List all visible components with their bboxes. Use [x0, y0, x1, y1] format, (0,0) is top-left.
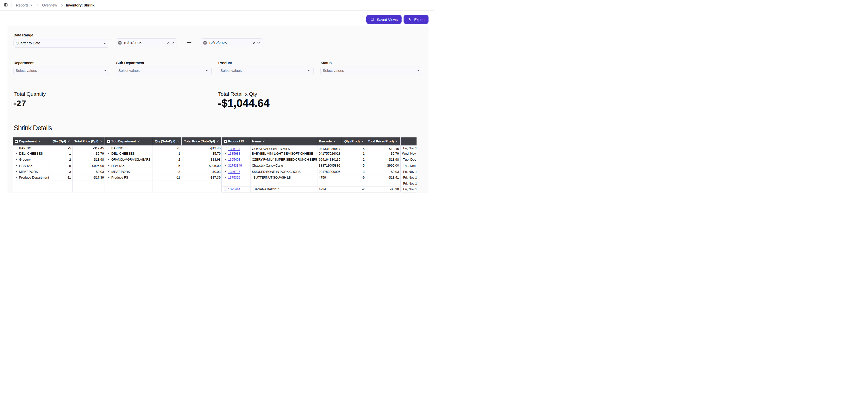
svg-text:31: 31	[119, 43, 121, 44]
svg-text:31: 31	[204, 43, 206, 44]
